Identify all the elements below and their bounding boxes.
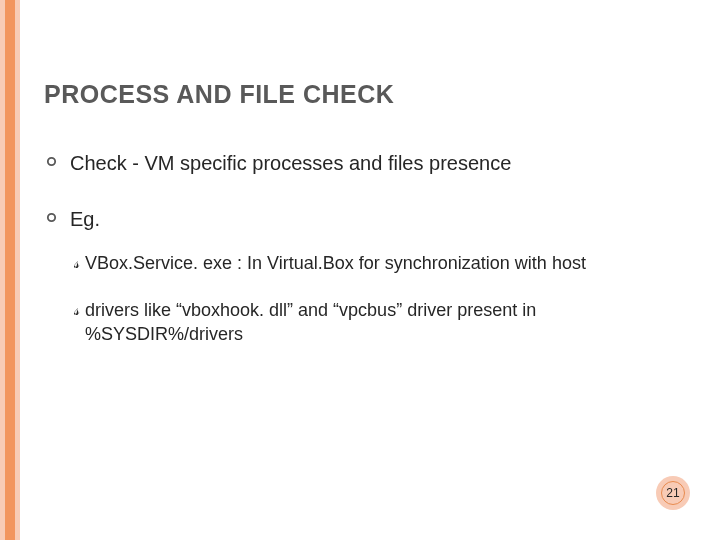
ring-bullet-icon xyxy=(44,210,58,224)
sub-bullet-text: drivers like “vboxhook. dll” and “vpcbus… xyxy=(85,299,680,346)
slide: PROCESS AND FILE CHECK Check - VM specif… xyxy=(0,0,720,540)
side-accent-bar xyxy=(0,0,20,540)
sub-bullet-group: 𝓈 VBox.Service. exe : In Virtual.Box for… xyxy=(74,252,680,346)
page-number-badge: 21 xyxy=(656,476,690,510)
bullet-text: Check - VM specific processes and files … xyxy=(70,150,511,176)
script-bullet-icon: 𝓈 xyxy=(74,252,79,274)
bullet-level2: 𝓈 drivers like “vboxhook. dll” and “vpcb… xyxy=(74,299,680,346)
script-bullet-icon: 𝓈 xyxy=(74,299,79,321)
svg-point-1 xyxy=(47,213,54,220)
bullet-text: Eg. xyxy=(70,206,100,232)
slide-content: Check - VM specific processes and files … xyxy=(44,150,680,370)
ring-bullet-icon xyxy=(44,154,58,168)
sub-bullet-text: VBox.Service. exe : In Virtual.Box for s… xyxy=(85,252,586,275)
slide-title: PROCESS AND FILE CHECK xyxy=(44,80,394,109)
page-number: 21 xyxy=(666,486,679,500)
svg-point-0 xyxy=(47,157,54,164)
bullet-level1: Eg. xyxy=(44,206,680,232)
bullet-level1: Check - VM specific processes and files … xyxy=(44,150,680,176)
bullet-level2: 𝓈 VBox.Service. exe : In Virtual.Box for… xyxy=(74,252,680,275)
side-bar-inner xyxy=(5,0,15,540)
